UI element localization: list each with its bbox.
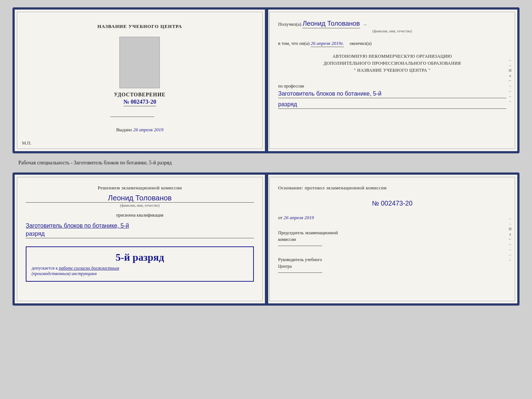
udostoverenie-number: № 002473-20	[123, 99, 156, 106]
vydano-label: Выдано	[116, 127, 132, 132]
predsedatel-block: Председатель экзаменационной комиссии	[278, 229, 506, 246]
margin-dash-5: –	[509, 94, 511, 98]
margin2-arrow: ←	[508, 237, 512, 241]
margin2-dash-5: –	[509, 252, 511, 257]
rukovoditel-sign-line	[278, 272, 322, 273]
margin-dash-6: –	[509, 99, 511, 103]
fio-hint-2: (фамилия, имя, отчество)	[26, 203, 254, 207]
vydano-date: 26 апреля 2019	[133, 127, 163, 132]
margin2-dash-4: –	[509, 247, 511, 252]
person-name-block: Леонид Толованов (фамилия, имя, отчество…	[26, 194, 254, 207]
photo-placeholder	[119, 37, 160, 88]
margin-dash-3: –	[509, 83, 511, 88]
vtom-row: в том, что он(а) 26 апреля 2019г. окончи…	[278, 40, 506, 47]
protocol-number: № 002473-20	[278, 200, 506, 207]
bottom-document: Решением экзаменационной комиссии Леонид…	[12, 172, 520, 306]
margin2-dash-3: –	[509, 242, 511, 246]
margin-arrow: ←	[508, 78, 512, 83]
bottom-doc-right-page: Основание: протокол экзаменационной коми…	[266, 175, 517, 303]
stamp-box: 5-й разряд допускается к работе согласно…	[26, 246, 254, 282]
dopuskaetsya-label: допускается к	[32, 266, 58, 271]
bottom-right-content: Основание: протокол экзаменационной коми…	[278, 185, 506, 273]
subtitle-text: Рабочая специальность - Заготовитель бло…	[18, 160, 172, 166]
margin2-dash-2: –	[509, 221, 511, 226]
margin2-dash-6: –	[509, 257, 511, 262]
resheniem-block: Решением экзаменационной комиссии	[26, 185, 254, 191]
fio-hint-1: (фамилия, имя, отчество)	[278, 29, 506, 33]
udostoverenie-title: УДОСТОВЕРЕНИЕ	[114, 92, 165, 98]
margin-ya: а	[509, 73, 511, 78]
stamp-grade-text: 5-й разряд	[32, 252, 248, 263]
udostoverenie-block: УДОСТОВЕРЕНИЕ № 002473-20	[114, 92, 165, 106]
rabote-label: работе согласно должностным	[59, 266, 119, 271]
bottom-left-content: Решением экзаменационной комиссии Леонид…	[26, 185, 254, 289]
margin-labels-2: – – И а ← – – – –	[508, 216, 512, 262]
dopuskaetsya-text: допускается к работе согласно должностны…	[32, 266, 248, 277]
vtom-prefix: в том, что он(а)	[278, 40, 310, 46]
poluchil-label: Получил(а)	[278, 21, 301, 27]
vtom-date: 26 апреля 2019г.	[311, 40, 344, 47]
person-name: Леонид Толованов	[26, 194, 254, 203]
ot-date: от 26 апреля 2019	[278, 215, 506, 221]
training-center-label: НАЗВАНИЕ УЧЕБНОГО ЦЕНТРА	[97, 24, 182, 29]
razryad-bottom: разряд	[26, 231, 254, 238]
qualification-value: Заготовитель блоков по ботанике, 5-й	[26, 222, 254, 229]
qualification-block: Заготовитель блоков по ботанике, 5-й раз…	[26, 221, 254, 238]
top-document: НАЗВАНИЕ УЧЕБНОГО ЦЕНТРА УДОСТОВЕРЕНИЕ №…	[12, 7, 520, 153]
osnovanie-label: Основание: протокол экзаменационной коми…	[278, 185, 506, 191]
poluchil-row: Получил(а) Леонид Толованов – (фамилия, …	[278, 20, 506, 33]
mp-label: М.П.	[22, 140, 31, 146]
margin2-i: И	[509, 227, 512, 231]
instruktsiyam-label: (производственным) инструкциям	[32, 271, 248, 277]
vydano-block: Выдано 26 апреля 2019	[116, 127, 163, 133]
margin-dash-1: –	[509, 58, 511, 62]
predsedatel-sign-line	[278, 246, 322, 246]
razryad-value: разряд	[278, 101, 506, 109]
predsedatel-line1: Председатель экзаменационной	[278, 229, 506, 236]
margin-dash-2: –	[509, 63, 511, 67]
predsedatel-line2: комиссии	[278, 236, 506, 243]
rukovoditel-line1: Руководитель учебного	[278, 256, 506, 263]
org-block: АВТОНОМНУЮ НЕКОММЕРЧЕСКУЮ ОРГАНИЗАЦИЮ ДО…	[278, 53, 506, 74]
top-doc-right-page: Получил(а) Леонид Толованов – (фамилия, …	[266, 10, 517, 151]
rukovoditel-line2: Центра	[278, 263, 506, 270]
recipient-name: Леонид Толованов	[302, 20, 360, 28]
okonchil-label: окончил(а)	[349, 40, 371, 46]
org-line1: АВТОНОМНУЮ НЕКОММЕРЧЕСКУЮ ОРГАНИЗАЦИЮ	[278, 53, 506, 60]
top-doc-left-page: НАЗВАНИЕ УЧЕБНОГО ЦЕНТРА УДОСТОВЕРЕНИЕ №…	[15, 10, 266, 151]
org-line2: ДОПОЛНИТЕЛЬНОГО ПРОФЕССИОНАЛЬНОГО ОБРАЗО…	[278, 60, 506, 67]
ot-date-value: 26 апреля 2019	[284, 215, 314, 220]
profession-value: Заготовитель блоков по ботанике, 5-й	[278, 90, 506, 98]
ot-prefix: от	[278, 215, 283, 220]
profession-block: по профессии Заготовитель блоков по бота…	[278, 82, 506, 109]
top-right-content: Получил(а) Леонид Толованов – (фамилия, …	[278, 20, 506, 109]
resheniem-label: Решением экзаменационной комиссии	[98, 185, 182, 190]
bottom-doc-left-page: Решением экзаменационной комиссии Леонид…	[15, 175, 266, 303]
org-line3: " НАЗВАНИЕ УЧЕБНОГО ЦЕНТРА "	[278, 67, 506, 74]
prisvoena-label: присвоена квалификация	[26, 213, 254, 218]
margin-labels: – – И а ← – – – –	[508, 58, 512, 103]
margin2-ya: а	[509, 232, 511, 236]
margin-dash-4: –	[509, 89, 511, 93]
rukovoditel-block: Руководитель учебного Центра	[278, 256, 506, 273]
margin-i: И	[509, 68, 512, 72]
dash-1: –	[364, 21, 367, 27]
po-professii-label: по профессии	[278, 83, 304, 89]
margin2-dash-1: –	[509, 216, 511, 221]
